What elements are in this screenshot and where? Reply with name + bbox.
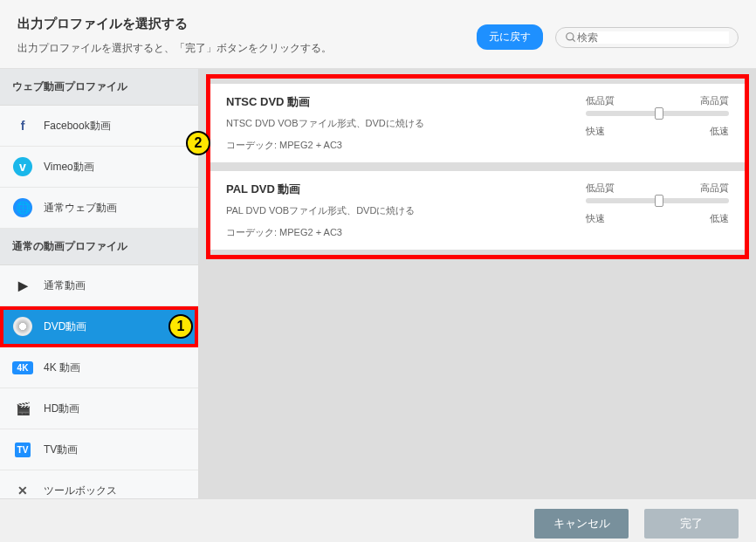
svg-line-1: [573, 38, 575, 41]
profile-description: PAL DVD VOBファイル形式、DVDに焼ける: [226, 204, 572, 217]
tv-icon: TV: [12, 440, 33, 459]
speed-fast-label: 快速: [586, 125, 605, 138]
quality-slider[interactable]: [586, 198, 729, 203]
profile-list-highlight: 2 NTSC DVD 動画 NTSC DVD VOBファイル形式、DVDに焼ける…: [206, 74, 749, 259]
sidebar-item-label: 通常ウェブ動画: [44, 201, 117, 216]
speed-slow-label: 低速: [710, 125, 729, 138]
page-title: 出力プロファイルを選択する: [17, 16, 477, 32]
quality-high-label: 高品質: [700, 94, 729, 107]
sidebar-item-label: HD動画: [44, 401, 79, 416]
page-description: 出力プロファイルを選択すると、「完了」ボタンをクリックする。: [17, 41, 477, 56]
sidebar-group-web: ウェブ動画プロファイル: [0, 69, 198, 106]
quality-low-label: 低品質: [586, 94, 615, 107]
sidebar-item-web[interactable]: 🌐 通常ウェブ動画: [0, 188, 198, 229]
callout-badge-1: 1: [168, 314, 193, 339]
search-input[interactable]: [577, 31, 729, 44]
svg-point-0: [567, 32, 574, 39]
sidebar-item-label: Facebook動画: [44, 119, 111, 134]
sidebar-item-tv[interactable]: TV TV動画: [0, 429, 198, 470]
sidebar-item-label: TV動画: [44, 443, 78, 457]
cancel-button[interactable]: キャンセル: [534, 509, 629, 539]
sidebar-item-label: 4K 動画: [44, 360, 80, 375]
sidebar-item-facebook[interactable]: f Facebook動画: [0, 106, 198, 147]
main-panel: 2 NTSC DVD 動画 NTSC DVD VOBファイル形式、DVDに焼ける…: [199, 69, 756, 498]
profile-codec: コーデック: MPEG2 + AC3: [226, 139, 572, 152]
sidebar-item-label: DVD動画: [44, 319, 86, 334]
speed-fast-label: 快速: [586, 212, 605, 225]
sidebar-item-video[interactable]: ▶ 通常動画: [0, 265, 198, 306]
video-icon: ▶: [12, 276, 33, 295]
sidebar-item-dvd[interactable]: DVD動画 1: [0, 306, 198, 347]
done-button[interactable]: 完了: [644, 509, 739, 539]
sidebar-item-label: Vimeo動画: [44, 160, 94, 175]
vimeo-icon: v: [12, 157, 33, 176]
fourk-icon: 4K: [12, 358, 33, 377]
sidebar-group-normal: 通常の動画プロファイル: [0, 229, 198, 265]
sidebar-item-label: ツールボックス: [44, 484, 117, 498]
quality-high-label: 高品質: [700, 182, 729, 195]
profile-card-pal[interactable]: PAL DVD 動画 PAL DVD VOBファイル形式、DVDに焼ける コーデ…: [210, 171, 745, 250]
profile-card-ntsc[interactable]: NTSC DVD 動画 NTSC DVD VOBファイル形式、DVDに焼ける コ…: [210, 84, 745, 162]
profile-title: PAL DVD 動画: [226, 182, 572, 197]
search-icon: [565, 31, 577, 44]
profile-codec: コーデック: MPEG2 + AC3: [226, 226, 572, 239]
sidebar: ウェブ動画プロファイル f Facebook動画 v Vimeo動画 🌐 通常ウ…: [0, 69, 199, 498]
sidebar-item-label: 通常動画: [44, 278, 86, 293]
sidebar-item-vimeo[interactable]: v Vimeo動画: [0, 147, 198, 188]
speed-slow-label: 低速: [710, 212, 729, 225]
callout-badge-2: 2: [186, 131, 210, 155]
footer: キャンセル 完了: [0, 498, 756, 542]
tools-icon: ✕: [12, 481, 33, 498]
sidebar-item-toolbox[interactable]: ✕ ツールボックス: [0, 470, 198, 498]
search-field[interactable]: [555, 27, 739, 48]
profile-title: NTSC DVD 動画: [226, 94, 572, 110]
hd-icon: 🎬: [12, 399, 33, 418]
disc-icon: [12, 317, 33, 336]
sidebar-item-hd[interactable]: 🎬 HD動画: [0, 388, 198, 429]
globe-icon: 🌐: [12, 198, 33, 217]
quality-slider[interactable]: [586, 111, 729, 116]
sidebar-item-4k[interactable]: 4K 4K 動画: [0, 347, 198, 388]
profile-description: NTSC DVD VOBファイル形式、DVDに焼ける: [226, 117, 572, 130]
facebook-icon: f: [12, 116, 33, 135]
reset-button[interactable]: 元に戻す: [477, 24, 543, 50]
quality-low-label: 低品質: [586, 182, 615, 195]
